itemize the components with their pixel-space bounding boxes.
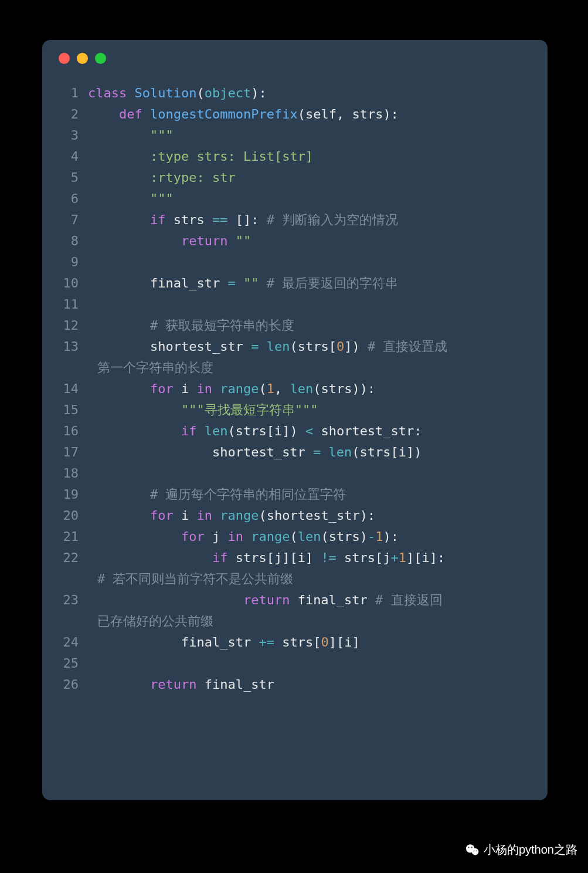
code-line-wrap: 第一个字符串的长度 (60, 357, 532, 378)
code-content: def longestCommonPrefix(self, strs): (88, 104, 532, 125)
code-line: 8 return "" (60, 231, 532, 252)
code-line: 17 shortest_str = len(strs[i]) (60, 442, 532, 463)
code-content: return "" (88, 231, 532, 252)
code-content: if len(strs[i]) < shortest_str: (88, 421, 532, 442)
code-content: for i in range(shortest_str): (88, 505, 532, 526)
line-number: 5 (60, 167, 88, 188)
code-content: :type strs: List[str] (88, 146, 532, 167)
wechat-icon (465, 842, 480, 858)
code-line: 12 # 获取最短字符串的长度 (60, 315, 532, 336)
watermark: 小杨的python之路 (465, 842, 577, 858)
code-content: final_str = "" # 最后要返回的字符串 (88, 273, 532, 294)
code-line: 22 if strs[j][i] != strs[j+1][i]: (60, 547, 532, 569)
line-number: 19 (60, 484, 88, 505)
line-number: 22 (60, 547, 88, 569)
code-content: for j in range(len(strs)-1): (88, 526, 532, 547)
svg-point-5 (476, 850, 477, 851)
code-content: # 获取最短字符串的长度 (88, 315, 532, 336)
line-number: 15 (60, 400, 88, 421)
code-line: 9 (60, 252, 532, 273)
code-line: 5 :rtype: str (60, 167, 532, 188)
code-line: 19 # 遍历每个字符串的相同位置字符 (60, 484, 532, 505)
code-line: 2 def longestCommonPrefix(self, strs): (60, 104, 532, 125)
line-number: 24 (60, 632, 88, 653)
line-number: 23 (60, 590, 88, 611)
line-number: 1 (60, 83, 88, 104)
line-number: 25 (60, 653, 88, 674)
line-number: 9 (60, 252, 88, 273)
line-number: 6 (60, 188, 88, 209)
code-line: 18 (60, 463, 532, 484)
code-content: return final_str # 直接返回 (88, 590, 532, 611)
line-number: 11 (60, 294, 88, 315)
code-content: shortest_str = len(strs[i]) (88, 442, 532, 463)
code-line: 26 return final_str (60, 674, 532, 695)
line-number: 17 (60, 442, 88, 463)
close-icon[interactable] (59, 53, 70, 64)
line-number: 4 (60, 146, 88, 167)
line-number: 14 (60, 378, 88, 400)
code-content: """ (88, 125, 532, 146)
code-content: for i in range(1, len(strs)): (88, 378, 532, 400)
code-line: 14 for i in range(1, len(strs)): (60, 378, 532, 400)
code-line: 25 (60, 653, 532, 674)
code-line: 23 return final_str # 直接返回 (60, 590, 532, 611)
line-number: 20 (60, 505, 88, 526)
code-line: 3 """ (60, 125, 532, 146)
code-line: 24 final_str += strs[0][i] (60, 632, 532, 653)
code-line: 13 shortest_str = len(strs[0]) # 直接设置成 (60, 336, 532, 357)
line-number: 26 (60, 674, 88, 695)
line-number: 2 (60, 104, 88, 125)
code-window: 1class Solution(object):2 def longestCom… (42, 40, 548, 800)
code-line: 21 for j in range(len(strs)-1): (60, 526, 532, 547)
code-content: if strs[j][i] != strs[j+1][i]: (88, 547, 532, 569)
traffic-lights (42, 53, 548, 64)
code-line: 15 """寻找最短字符串""" (60, 400, 532, 421)
code-content: if strs == []: # 判断输入为空的情况 (88, 209, 532, 231)
code-line: 16 if len(strs[i]) < shortest_str: (60, 421, 532, 442)
svg-point-2 (468, 847, 469, 848)
minimize-icon[interactable] (77, 53, 88, 64)
line-number: 21 (60, 526, 88, 547)
svg-point-4 (474, 850, 475, 851)
code-line: 6 """ (60, 188, 532, 209)
line-number: 18 (60, 463, 88, 484)
line-number: 7 (60, 209, 88, 231)
line-number: 3 (60, 125, 88, 146)
line-number: 12 (60, 315, 88, 336)
code-line: 4 :type strs: List[str] (60, 146, 532, 167)
code-content: class Solution(object): (88, 83, 532, 104)
line-number: 10 (60, 273, 88, 294)
code-content: """ (88, 188, 532, 209)
code-line-wrap: 已存储好的公共前缀 (60, 611, 532, 632)
zoom-icon[interactable] (95, 53, 106, 64)
code-area: 1class Solution(object):2 def longestCom… (42, 83, 548, 695)
code-line: 10 final_str = "" # 最后要返回的字符串 (60, 273, 532, 294)
code-content: :rtype: str (88, 167, 532, 188)
code-content: # 遍历每个字符串的相同位置字符 (88, 484, 532, 505)
line-number: 8 (60, 231, 88, 252)
code-content: shortest_str = len(strs[0]) # 直接设置成 (88, 336, 532, 357)
line-number: 16 (60, 421, 88, 442)
watermark-text: 小杨的python之路 (484, 842, 577, 858)
code-line: 20 for i in range(shortest_str): (60, 505, 532, 526)
code-content: return final_str (88, 674, 532, 695)
code-content: """寻找最短字符串""" (88, 400, 532, 421)
code-content: final_str += strs[0][i] (88, 632, 532, 653)
code-line: 1class Solution(object): (60, 83, 532, 104)
svg-point-1 (472, 848, 479, 855)
code-line: 7 if strs == []: # 判断输入为空的情况 (60, 209, 532, 231)
code-line-wrap: # 若不同则当前字符不是公共前缀 (60, 569, 532, 590)
svg-point-3 (471, 847, 472, 848)
code-line: 11 (60, 294, 532, 315)
line-number: 13 (60, 336, 88, 357)
